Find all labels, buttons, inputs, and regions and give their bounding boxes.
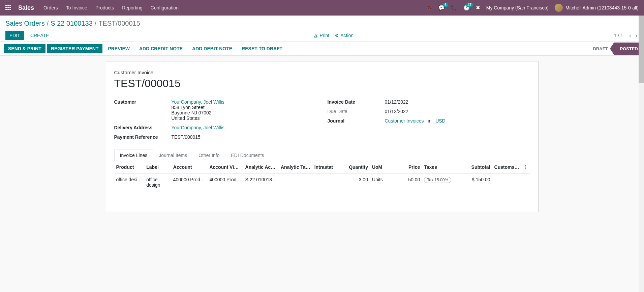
cell-analytic-tag xyxy=(279,174,312,191)
record-title: TEST/000015 xyxy=(114,77,530,90)
messages-badge: 6 xyxy=(443,3,448,7)
th-label[interactable]: Label xyxy=(144,161,171,174)
scrollbar-thumb[interactable] xyxy=(639,16,644,83)
tab-other-info[interactable]: Other Info xyxy=(193,150,225,161)
invdate-label: Invoice Date xyxy=(328,99,385,105)
th-account-view[interactable]: Account Vi… xyxy=(207,161,243,174)
th-uom[interactable]: UoM xyxy=(370,161,395,174)
print-label: Print xyxy=(319,33,329,38)
cell-product: office desi… xyxy=(114,174,145,191)
apps-icon[interactable] xyxy=(5,5,11,11)
notebook-tabs: Invoice Lines Journal Items Other Info E… xyxy=(114,149,530,161)
currency-link[interactable]: USD xyxy=(435,118,446,124)
invdate-value: 01/12/2022 xyxy=(385,99,530,105)
avatar xyxy=(555,4,563,12)
th-quantity[interactable]: Quantity xyxy=(341,161,370,174)
nav-products[interactable]: Products xyxy=(95,5,114,10)
preview-button[interactable]: PREVIEW xyxy=(104,44,134,53)
form-sheet: Customer Invoice TEST/000015 Customer Yo… xyxy=(106,61,539,212)
gear-icon: ⚙ xyxy=(335,33,339,38)
move-type-label: Customer Invoice xyxy=(114,70,530,75)
duedate-label: Due Date xyxy=(328,109,385,114)
nav-configuration[interactable]: Configuration xyxy=(151,5,179,10)
duedate-value: 01/12/2022 xyxy=(385,109,530,114)
pager-prev[interactable]: ‹ xyxy=(628,32,633,39)
cell-intrastat xyxy=(312,174,341,191)
cell-price: 50.00 xyxy=(395,174,422,191)
breadcrumb-current: TEST/000015 xyxy=(98,20,140,27)
cell-account-view: 400000 Prod… xyxy=(207,174,243,191)
bug-icon[interactable]: 🐞 xyxy=(426,5,432,11)
activities-badge: 47 xyxy=(466,3,473,7)
cell-customs xyxy=(492,174,521,191)
action-menu[interactable]: ⚙Action xyxy=(335,33,354,38)
tools-icon[interactable]: ✖ xyxy=(476,5,480,11)
delivery-label: Delivery Address xyxy=(114,125,172,130)
customer-link[interactable]: YourCompany, Joel Willis xyxy=(172,99,224,105)
tax-pill: Tax 15.00% xyxy=(424,177,451,183)
addr-line-1: 858 Lynn Street xyxy=(172,105,317,110)
top-navbar: Sales Orders To Invoice Products Reporti… xyxy=(0,0,644,16)
company-selector[interactable]: My Company (San Francisco) xyxy=(486,5,549,10)
addr-line-2: Bayonne NJ 07002 xyxy=(172,110,317,115)
addr-line-3: United States xyxy=(172,115,317,121)
register-payment-button[interactable]: REGISTER PAYMENT xyxy=(47,44,103,53)
add-debit-note-button[interactable]: ADD DEBIT NOTE xyxy=(188,44,236,53)
journal-in: in xyxy=(425,118,434,124)
control-panel: Sales Orders/S 22 0100133/TEST/000015 ED… xyxy=(0,16,644,42)
optional-columns-icon[interactable]: ⋮ xyxy=(521,161,530,174)
print-icon: 🖨 xyxy=(313,33,318,38)
th-taxes[interactable]: Taxes xyxy=(422,161,458,174)
nav-to-invoice[interactable]: To Invoice xyxy=(66,5,87,10)
th-customs[interactable]: Customs… xyxy=(492,161,521,174)
nav-reporting[interactable]: Reporting xyxy=(122,5,143,10)
print-menu[interactable]: 🖨Print xyxy=(313,33,329,38)
th-subtotal[interactable]: Subtotal xyxy=(458,161,492,174)
th-intrastat[interactable]: Intrastat xyxy=(312,161,341,174)
cell-quantity: 3.00 xyxy=(341,174,370,191)
journal-link[interactable]: Customer Invoices xyxy=(385,118,424,124)
add-credit-note-button[interactable]: ADD CREDIT NOTE xyxy=(135,44,187,53)
cell-label: office design xyxy=(144,174,171,191)
brand-sales[interactable]: Sales xyxy=(18,4,34,11)
journal-label: Journal xyxy=(328,118,385,124)
breadcrumb: Sales Orders/S 22 0100133/TEST/000015 xyxy=(5,20,639,27)
statusbar: SEND & PRINT REGISTER PAYMENT PREVIEW AD… xyxy=(0,42,644,56)
invoice-lines-table: Product Label Account Account Vi… Analyt… xyxy=(114,161,530,212)
delivery-link[interactable]: YourCompany, Joel Willis xyxy=(172,125,224,130)
send-print-button[interactable]: SEND & PRINT xyxy=(4,44,45,53)
th-price[interactable]: Price xyxy=(395,161,422,174)
th-analytic-acc[interactable]: Analytic Ac… xyxy=(243,161,279,174)
messages-icon[interactable]: 💬6 xyxy=(438,5,445,11)
cell-account: 400000 Prod… xyxy=(171,174,208,191)
payref-value: TEST/000015 xyxy=(172,134,317,140)
user-menu[interactable]: Mitchell Admin (12103443-15-0-all) xyxy=(555,4,639,12)
tab-journal-items[interactable]: Journal Items xyxy=(153,150,193,161)
reset-to-draft-button[interactable]: RESET TO DRAFT xyxy=(238,44,286,53)
edit-button[interactable]: EDIT xyxy=(5,31,24,40)
pager-text: 1 / 1 xyxy=(614,33,623,38)
activities-icon[interactable]: 🕓47 xyxy=(463,5,470,11)
breadcrumb-order[interactable]: S 22 0100133 xyxy=(51,20,93,27)
payref-label: Payment Reference xyxy=(114,134,172,140)
tab-edi-documents[interactable]: EDI Documents xyxy=(225,150,270,161)
phone-icon[interactable]: 📞 xyxy=(451,5,457,11)
th-analytic-tag[interactable]: Analytic Ta… xyxy=(279,161,312,174)
user-name: Mitchell Admin (12103443-15-0-all) xyxy=(565,5,639,10)
action-label: Action xyxy=(340,33,354,38)
table-row[interactable]: office desi… office design 400000 Prod… … xyxy=(114,174,530,191)
nav-menu: Orders To Invoice Products Reporting Con… xyxy=(43,5,179,10)
cell-uom: Units xyxy=(370,174,395,191)
pager-next[interactable]: › xyxy=(634,32,639,39)
create-button[interactable]: CREATE xyxy=(26,31,53,40)
cell-taxes: Tax 15.00% xyxy=(422,174,458,191)
cell-analytic-acc: S 22 010013… xyxy=(243,174,279,191)
nav-orders[interactable]: Orders xyxy=(43,5,58,10)
customer-label: Customer xyxy=(114,99,172,121)
th-account[interactable]: Account xyxy=(171,161,208,174)
scrollbar[interactable] xyxy=(639,16,644,217)
th-product[interactable]: Product xyxy=(114,161,145,174)
breadcrumb-root[interactable]: Sales Orders xyxy=(5,20,45,27)
tab-invoice-lines[interactable]: Invoice Lines xyxy=(114,150,153,161)
cell-subtotal: $ 150.00 xyxy=(458,174,492,191)
